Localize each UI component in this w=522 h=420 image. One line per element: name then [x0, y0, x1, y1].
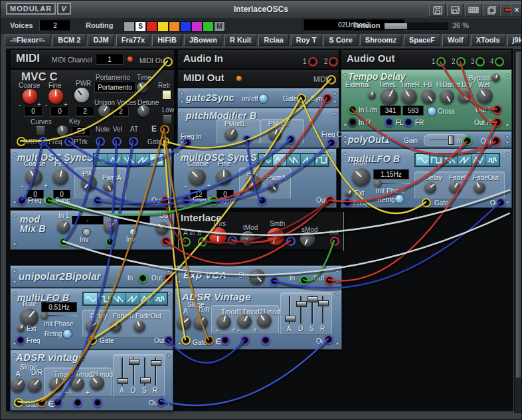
- osc2-coarse-knob[interactable]: [189, 168, 206, 185]
- waveform-saw-icon[interactable]: [287, 154, 300, 165]
- tempo-delay-cross-button[interactable]: [427, 106, 437, 116]
- adsr2-a-knob[interactable]: [11, 377, 25, 392]
- tempo-delay-fr-port[interactable]: [404, 118, 413, 127]
- lfo2-rate-knob[interactable]: [20, 308, 39, 326]
- adsr2-e-port[interactable]: [37, 398, 46, 407]
- polyout-out-port[interactable]: [491, 136, 501, 146]
- lfo1-gate-port[interactable]: [422, 198, 431, 207]
- module-midi-out[interactable]: MIDI Out MIDI: [177, 69, 339, 88]
- mvc-fine-value[interactable]: 0: [50, 107, 69, 116]
- interlace-tmod-knob[interactable]: [240, 231, 255, 246]
- adsr1-a-knob[interactable]: [177, 315, 191, 330]
- waveform-sine-icon[interactable]: [94, 154, 108, 165]
- save-as-button[interactable]: [447, 3, 464, 17]
- expvca-slope-knob[interactable]: [249, 268, 265, 284]
- lfo1-retrig-button[interactable]: [394, 194, 404, 204]
- interlace-smod-knob[interactable]: [300, 232, 315, 247]
- module-audio-in[interactable]: Audio In 1 2: [177, 49, 339, 69]
- adsr2-gate-port[interactable]: [14, 398, 23, 407]
- mvc-pwr-value[interactable]: 2: [76, 107, 94, 116]
- mvc-portamento-select[interactable]: Portamento: [94, 82, 135, 92]
- adsr2-tmod2-port[interactable]: [73, 398, 82, 407]
- lfo2-ext-knob[interactable]: [17, 324, 25, 332]
- solo-button[interactable]: S: [135, 21, 146, 32]
- midi-out-midi-port[interactable]: [327, 75, 336, 84]
- osc2-out-port[interactable]: [325, 196, 335, 205]
- gate2sync-onoff-button[interactable]: [258, 94, 268, 104]
- lfo2-init-phase-handle[interactable]: [41, 312, 48, 320]
- adsr1-tmod1-port[interactable]: [220, 336, 230, 345]
- polyout-gain-handle[interactable]: [448, 136, 454, 145]
- mvc-unison-knob[interactable]: [98, 105, 110, 117]
- waveform-triangle-icon[interactable]: [139, 293, 153, 304]
- interlace-tmod-port[interactable]: [228, 236, 237, 245]
- waveform-saw-icon[interactable]: [122, 154, 135, 165]
- tab-djm[interactable]: DJM: [88, 35, 114, 46]
- mvc-note-port[interactable]: [96, 137, 105, 146]
- uni2bi-out-port[interactable]: [164, 274, 173, 283]
- module-audio-out[interactable]: Audio Out 1 2 3 4: [341, 49, 512, 69]
- mvc-curves-button[interactable]: [36, 126, 45, 136]
- tab-xtools[interactable]: XTools: [471, 35, 505, 46]
- modmix-in2-port[interactable]: [106, 237, 115, 247]
- expvca-out-port[interactable]: [325, 276, 334, 285]
- audio-in-2-port[interactable]: [329, 57, 338, 66]
- mvc-midi-port[interactable]: [17, 137, 26, 146]
- waveform-triangle-icon[interactable]: [472, 154, 485, 165]
- uni2bi-in-port[interactable]: [138, 274, 147, 283]
- adsr2-out-port[interactable]: [157, 397, 166, 407]
- waveform-square-icon[interactable]: [98, 293, 111, 304]
- tab-rciaa[interactable]: Rciaa: [258, 35, 288, 46]
- module-unipolar2bipolar[interactable]: unipolar2Bipolar In Out: [10, 265, 173, 288]
- adsr1-e-port[interactable]: [205, 336, 214, 345]
- osc2-pw-knob[interactable]: [246, 175, 262, 191]
- audio-out-2-port[interactable]: [456, 57, 466, 66]
- mvc-key-knob[interactable]: [57, 126, 68, 136]
- osc1-coarse-knob[interactable]: [25, 168, 43, 185]
- audio-out-3-port[interactable]: [476, 57, 485, 66]
- tab-bcm2[interactable]: BCM 2: [52, 35, 86, 46]
- tab-j9k[interactable]: j9k: [507, 35, 522, 46]
- osc1-pwm-port[interactable]: [93, 196, 102, 205]
- waveform-sine-icon[interactable]: [84, 293, 97, 304]
- osc2-pwm-port[interactable]: [258, 196, 267, 205]
- mvc-low-button[interactable]: [163, 115, 172, 124]
- tab-spacef[interactable]: SpaceF: [404, 35, 440, 46]
- lfo1-out-port[interactable]: [496, 198, 505, 207]
- waveform-ramp-icon[interactable]: [458, 154, 471, 165]
- mvc-ptrk-port[interactable]: [64, 137, 74, 146]
- adsr1-sustain-slider[interactable]: [307, 296, 317, 324]
- adsr1-dr-knob[interactable]: [193, 315, 208, 330]
- interlace-a-port[interactable]: [181, 237, 191, 247]
- audio-out-4-port[interactable]: [495, 57, 504, 66]
- vertical-scrollbar-thumb[interactable]: [515, 51, 521, 378]
- vertical-scrollbar[interactable]: [514, 49, 522, 413]
- lfo1-rate-value[interactable]: 1.15Hz: [373, 169, 409, 179]
- mvc-key-value[interactable]: E3: [72, 127, 90, 136]
- osc2-pwma-knob[interactable]: [268, 181, 278, 191]
- mute-button[interactable]: M: [214, 21, 225, 32]
- audio-out-1-port[interactable]: [436, 57, 446, 66]
- adsr1-gate-port[interactable]: [181, 336, 191, 345]
- lfo2-gate-port[interactable]: [88, 336, 97, 345]
- waveform-triangle-icon[interactable]: [108, 154, 122, 165]
- adsr2-tmod1-knob[interactable]: [49, 377, 64, 391]
- adsr2-attack-slider[interactable]: [118, 358, 127, 385]
- pitchmod-pmod2-knob[interactable]: [268, 128, 282, 141]
- adsr1-decay-slider[interactable]: [296, 296, 305, 324]
- adsr2-lmod-knob[interactable]: [90, 375, 104, 390]
- gate2sync-sync-port[interactable]: [323, 94, 332, 103]
- interlace-thrs-knob[interactable]: [209, 227, 226, 245]
- lfo1-rate-knob[interactable]: [352, 167, 371, 186]
- lfo1-fadein-knob[interactable]: [449, 181, 461, 193]
- routing-swatch-green[interactable]: [203, 21, 214, 32]
- adsr1-tmod1-knob[interactable]: [217, 314, 231, 329]
- tempo-delay-out-r-port[interactable]: [493, 118, 502, 127]
- modmix-out-port[interactable]: [161, 237, 171, 246]
- waveform-square-icon[interactable]: [150, 154, 163, 165]
- adsr2-tmod1-port[interactable]: [53, 398, 62, 407]
- routing-swatch-magenta[interactable]: [191, 21, 203, 32]
- lfo2-freq-port[interactable]: [16, 336, 25, 345]
- module-polyout[interactable]: polyOut1 Gain In Out: [341, 131, 512, 148]
- tab-score[interactable]: S Core: [323, 35, 357, 46]
